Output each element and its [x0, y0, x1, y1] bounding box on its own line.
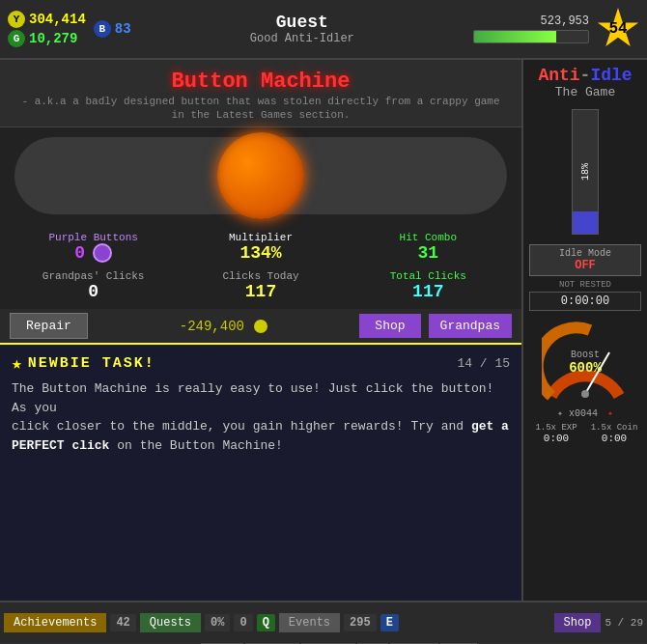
button-machine-area: Button Machine - a.k.a a badly designed … [0, 60, 521, 601]
coin-label: 1.5x Coin [587, 423, 641, 433]
exp-label: 1.5x EXP [529, 423, 583, 433]
task-star-icon: ★ [12, 352, 22, 374]
events-value: 295 [344, 614, 377, 631]
task-header: ★ NEWBIE TASK! 14 / 15 [12, 352, 510, 374]
clicks-today-block: Clicks Today 117 [177, 270, 344, 301]
bm-actions: Repair -249,400 Shop Grandpas [0, 309, 521, 343]
quests-num: 0 [234, 614, 252, 631]
g-icon: G [8, 30, 25, 47]
top-bar: Y 304,414 G 10,279 B 83 Guest Good Anti-… [0, 0, 647, 60]
xp-bar-fill [474, 31, 556, 42]
grandpas-clicks-block: Grandpas' Clicks 0 [10, 270, 177, 301]
achievements-value: 42 [110, 614, 135, 631]
page-info: 5 / 29 [605, 617, 643, 629]
idle-mode-value: OFF [538, 259, 633, 272]
level-badge: 54 [597, 8, 639, 50]
bm-stats-row2: Grandpas' Clicks 0 Clicks Today 117 Tota… [0, 266, 521, 309]
the-game-label: The Game [538, 85, 632, 99]
hit-combo-label: Hit Combo [345, 232, 512, 243]
grandpas-clicks-value: 0 [10, 282, 177, 301]
hit-combo-block: Hit Combo 31 [345, 232, 512, 263]
b-value: 83 [115, 21, 131, 37]
coin-block: 1.5x Coin 0:00 [587, 423, 641, 444]
player-title: Good Anti-Idler [131, 32, 473, 45]
total-clicks-label: Total Clicks [345, 270, 512, 282]
progress-bar-vertical: 18% [572, 109, 599, 235]
cost-icon [254, 320, 267, 333]
task-area: ★ NEWBIE TASK! 14 / 15 The Button Machin… [0, 343, 521, 601]
coin-time: 0:00 [587, 433, 641, 444]
task-text: The Button Machine is really easy to use… [12, 379, 510, 455]
cost-display: -249,400 [96, 319, 352, 334]
timer-display: 0:00:00 [529, 292, 641, 311]
level-number: 54 [608, 20, 627, 38]
repair-button[interactable]: Repair [10, 313, 88, 339]
not-rested-label: NOT RESTED [559, 280, 611, 290]
bm-button-area[interactable] [14, 137, 507, 214]
achievements-button[interactable]: Achievements [4, 613, 106, 632]
events-button[interactable]: Events [279, 613, 340, 632]
clicks-today-value: 117 [177, 282, 344, 301]
quests-value: 0% [205, 614, 230, 631]
bottom-bar: Achievements 42 Quests 0% 0 Q Events 295… [0, 601, 647, 643]
quests-button[interactable]: Quests [140, 613, 201, 632]
bm-header: Button Machine - a.k.a a badly designed … [0, 60, 521, 127]
purple-buttons-label: Purple Buttons [10, 232, 177, 243]
currency-group: Y 304,414 G 10,279 [8, 11, 86, 47]
progress-section: 18% [572, 103, 599, 240]
currency-y: Y 304,414 [8, 11, 86, 28]
y-value: 304,414 [29, 12, 86, 27]
progress-bar-fill [573, 211, 598, 234]
xp-area: 523,953 [473, 14, 589, 43]
e-badge: E [380, 614, 399, 631]
y-icon: Y [8, 11, 25, 28]
idle-text: Idle [590, 66, 632, 85]
anti-text: Anti [538, 66, 579, 85]
boost-multiplier: ✦ x0044 ✦ [557, 407, 613, 419]
bm-subtitle: - a.k.a a badly designed button that was… [5, 96, 517, 107]
total-clicks-value: 117 [345, 282, 512, 301]
bm-subtitle2: in the Latest Games section. [5, 109, 517, 121]
exp-block: 1.5x EXP 0:00 [529, 423, 583, 444]
idle-mode-box[interactable]: Idle Mode OFF [529, 244, 641, 276]
svg-point-1 [581, 390, 589, 398]
boost-mult-value: x0044 [569, 408, 598, 419]
currency-g: G 10,279 [8, 30, 86, 47]
player-name: Guest [131, 13, 473, 32]
anti-idle-title: Anti-Idle [538, 66, 632, 85]
task-progress: 14 / 15 [457, 356, 510, 371]
purple-buttons-block: Purple Buttons 0 [10, 232, 177, 263]
multiplier-block: Multiplier 134% [177, 232, 344, 263]
boost-value: 600% [569, 360, 602, 376]
task-label: NEWBIE TASK! [28, 355, 155, 372]
xp-value: 523,953 [541, 14, 589, 28]
right-panel: Anti-Idle The Game 18% Idle Mode OFF NOT… [521, 60, 647, 601]
cost-value: -249,400 [180, 319, 244, 334]
grandpas-button[interactable]: Grandpas [429, 314, 512, 338]
g-value: 10,279 [29, 31, 77, 46]
progress-bar-percent: 18% [580, 163, 591, 181]
total-clicks-block: Total Clicks 117 [345, 270, 512, 301]
clicks-today-label: Clicks Today [177, 270, 344, 282]
currency-b-group: B 83 [94, 20, 131, 38]
anti-idle-logo: Anti-Idle The Game [538, 66, 632, 99]
task-text-line4: on the Button Machine! [117, 438, 283, 453]
boost-text: Boost [569, 350, 602, 360]
task-text-perfect: PERFECT click [12, 438, 109, 453]
shop-button[interactable]: Shop [359, 314, 420, 338]
exp-time: 0:00 [529, 433, 583, 444]
big-button[interactable] [217, 132, 304, 219]
boost-label-center: Boost 600% [569, 350, 602, 376]
multiplier-value: 134% [177, 243, 344, 263]
multiplier-label: Multiplier [177, 232, 344, 243]
bm-stats-row1: Purple Buttons 0 Multiplier 134% Hit Com… [0, 224, 521, 266]
currency-b: B 83 [94, 20, 131, 38]
purple-btn-icon[interactable] [93, 243, 112, 263]
hit-combo-value: 31 [345, 243, 512, 263]
task-text-line1: The Button Machine is really easy to use… [12, 381, 493, 415]
b-icon: B [94, 20, 111, 38]
task-title: ★ NEWBIE TASK! [12, 352, 155, 374]
bm-title: Button Machine [5, 70, 517, 94]
idle-mode-label: Idle Mode [538, 248, 633, 259]
shop-bottom-button[interactable]: Shop [554, 613, 602, 632]
